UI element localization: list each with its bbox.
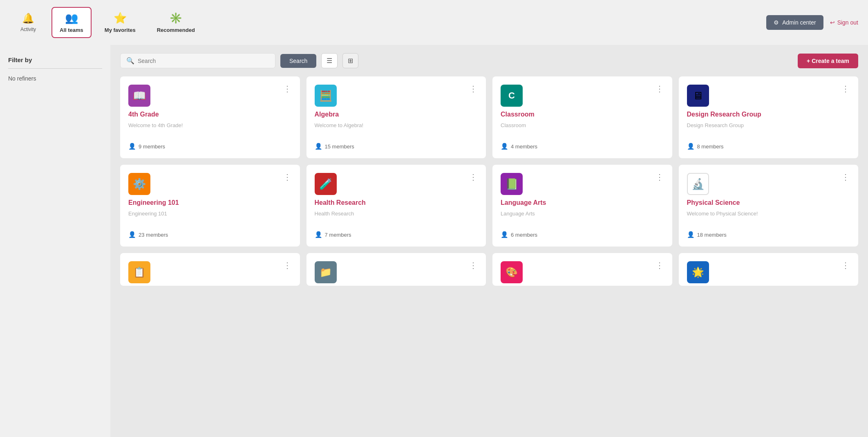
card-menu-button[interactable]: ⋮ <box>841 85 850 93</box>
toolbar: 🔍 Search ☰ ⊞ + Create a team <box>120 53 858 68</box>
nav-my-favorites[interactable]: ⭐ My favorites <box>96 7 144 38</box>
card-icon: 📖 <box>128 85 150 107</box>
card-menu-button[interactable]: ⋮ <box>283 173 292 181</box>
all-teams-label: All teams <box>60 27 83 33</box>
card-icon-partial: 🌟 <box>687 261 709 283</box>
team-card-bottom-3: 🌟 ⋮ <box>679 253 859 286</box>
members-icon: 👤 <box>687 143 695 150</box>
team-card-engineering-101: ⚙️ ⋮ Engineering 101 Engineering 101 👤 2… <box>120 165 300 247</box>
card-name[interactable]: Classroom <box>501 111 664 118</box>
gear-icon: ⚙ <box>774 19 779 26</box>
team-card-bottom-1: 📁 ⋮ <box>306 253 486 286</box>
card-header: 🖥 ⋮ <box>687 85 850 107</box>
main-layout: Filter by No refiners 🔍 Search ☰ ⊞ + Cre… <box>0 45 868 437</box>
card-icon-partial: 📁 <box>315 261 337 283</box>
card-icon-emoji: 🧪 <box>319 178 332 190</box>
members-icon: 👤 <box>128 231 136 238</box>
card-name[interactable]: Engineering 101 <box>128 199 292 206</box>
card-icon-emoji-partial: 📋 <box>133 267 145 278</box>
signout-icon: ↩ <box>830 19 835 26</box>
card-header: 📗 ⋮ <box>501 173 664 195</box>
nav-recommended[interactable]: ✳️ Recommended <box>149 7 203 38</box>
card-icon-emoji-partial: 🌟 <box>692 267 704 278</box>
card-icon-partial: 📋 <box>128 261 150 283</box>
card-menu-button-partial[interactable]: ⋮ <box>469 261 478 269</box>
card-menu-button-partial[interactable]: ⋮ <box>283 261 292 269</box>
card-menu-button-partial[interactable]: ⋮ <box>841 261 850 269</box>
members-icon: 👤 <box>128 143 136 150</box>
card-members: 👤 23 members <box>128 231 292 238</box>
card-name[interactable]: Health Research <box>315 199 478 206</box>
card-menu-button[interactable]: ⋮ <box>283 85 292 93</box>
card-menu-button[interactable]: ⋮ <box>655 173 664 181</box>
activity-label: Activity <box>20 27 36 32</box>
sidebar: Filter by No refiners <box>0 45 110 437</box>
search-input[interactable] <box>138 58 269 64</box>
star-icon: ⭐ <box>114 12 127 25</box>
card-name[interactable]: 4th Grade <box>128 111 292 118</box>
card-icon: ⚙️ <box>128 173 150 195</box>
card-header: 📖 ⋮ <box>128 85 292 107</box>
search-button[interactable]: Search <box>280 54 316 68</box>
card-description: Welcome to Physical Science! <box>687 211 850 224</box>
members-count: 18 members <box>697 232 727 238</box>
nav-right: ⚙ Admin center ↩ Sign out <box>766 15 858 30</box>
card-icon: 🧮 <box>315 85 337 107</box>
nav-activity[interactable]: 🔔 Activity <box>10 8 47 37</box>
card-menu-button[interactable]: ⋮ <box>841 173 850 181</box>
search-box: 🔍 <box>120 53 275 68</box>
grid-view-button[interactable]: ⊞ <box>342 53 358 68</box>
card-header-partial: 🎨 ⋮ <box>501 261 664 283</box>
members-icon: 👤 <box>501 143 508 150</box>
card-menu-button[interactable]: ⋮ <box>655 85 664 93</box>
card-icon: C <box>501 85 523 107</box>
admin-center-button[interactable]: ⚙ Admin center <box>766 15 823 30</box>
card-description: Welcome to Algebra! <box>315 122 478 135</box>
nav-all-teams[interactable]: 👥 All teams <box>51 7 92 38</box>
card-description: Health Research <box>315 211 478 224</box>
card-name[interactable]: Algebra <box>315 111 478 118</box>
card-description: Classroom <box>501 122 664 135</box>
card-members: 👤 15 members <box>315 143 478 150</box>
card-header-partial: 🌟 ⋮ <box>687 261 850 283</box>
card-icon-emoji: 📗 <box>505 178 518 190</box>
card-header: ⚙️ ⋮ <box>128 173 292 195</box>
card-members: 👤 6 members <box>501 231 664 238</box>
list-view-button[interactable]: ☰ <box>321 53 338 68</box>
card-description: Design Research Group <box>687 122 850 135</box>
card-members: 👤 4 members <box>501 143 664 150</box>
card-icon: 🧪 <box>315 173 337 195</box>
members-count: 8 members <box>697 143 724 150</box>
members-count: 9 members <box>139 143 165 150</box>
card-name[interactable]: Physical Science <box>687 199 850 206</box>
bell-icon: 🔔 <box>22 13 34 24</box>
create-team-button[interactable]: + Create a team <box>798 54 858 68</box>
card-name[interactable]: Design Research Group <box>687 111 850 118</box>
card-menu-button[interactable]: ⋮ <box>469 173 478 181</box>
members-count: 6 members <box>511 232 537 238</box>
card-members: 👤 18 members <box>687 231 850 238</box>
sign-out-button[interactable]: ↩ Sign out <box>830 19 858 26</box>
content-area: 🔍 Search ☰ ⊞ + Create a team 📖 ⋮ 4th Gra… <box>110 45 868 437</box>
team-card-physical-science: 🔬 ⋮ Physical Science Welcome to Physical… <box>679 165 859 247</box>
team-card-bottom-0: 📋 ⋮ <box>120 253 300 286</box>
team-card-classroom: C ⋮ Classroom Classroom 👤 4 members <box>492 76 672 158</box>
card-icon-emoji-partial: 📁 <box>320 267 332 278</box>
card-icon-emoji: 📖 <box>133 90 146 102</box>
card-menu-button[interactable]: ⋮ <box>469 85 478 93</box>
sidebar-divider <box>8 68 102 69</box>
card-name[interactable]: Language Arts <box>501 199 664 206</box>
teams-grid: 📖 ⋮ 4th Grade Welcome to 4th Grade! 👤 9 … <box>120 76 858 286</box>
card-header-partial: 📋 ⋮ <box>128 261 292 283</box>
members-count: 15 members <box>325 143 354 150</box>
card-header-partial: 📁 ⋮ <box>315 261 478 283</box>
team-card-health-research: 🧪 ⋮ Health Research Health Research 👤 7 … <box>306 165 486 247</box>
members-count: 4 members <box>511 143 537 150</box>
card-menu-button-partial[interactable]: ⋮ <box>655 261 664 269</box>
card-description: Welcome to 4th Grade! <box>128 122 292 135</box>
team-card-language-arts: 📗 ⋮ Language Arts Language Arts 👤 6 memb… <box>492 165 672 247</box>
team-card-algebra: 🧮 ⋮ Algebra Welcome to Algebra! 👤 15 mem… <box>306 76 486 158</box>
team-card-design-research-group: 🖥 ⋮ Design Research Group Design Researc… <box>679 76 859 158</box>
search-icon: 🔍 <box>126 57 134 65</box>
card-icon-emoji: 🔬 <box>691 178 705 190</box>
